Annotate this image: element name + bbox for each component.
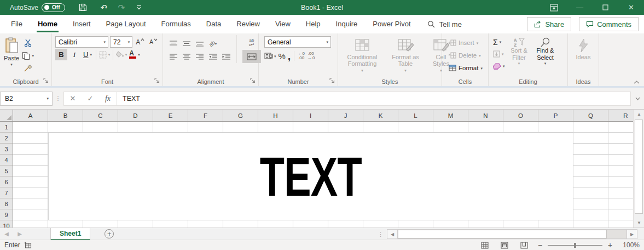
row-header-9[interactable]: 9 — [0, 209, 13, 220]
bold-button[interactable]: B — [55, 49, 67, 60]
column-header-k[interactable]: K — [363, 110, 398, 121]
autosave-toggle[interactable]: Off — [42, 3, 65, 12]
ribbon-tab-insert[interactable]: Insert — [65, 15, 98, 33]
decrease-indent-button[interactable] — [207, 51, 219, 63]
column-header-l[interactable]: L — [398, 110, 433, 121]
italic-button[interactable]: I — [68, 49, 80, 60]
vertical-scrollbar-thumb[interactable] — [635, 120, 643, 214]
scroll-up-arrow-icon[interactable]: ▲ — [634, 110, 644, 119]
customize-quick-access-button[interactable] — [132, 2, 146, 14]
column-header-f[interactable]: F — [188, 110, 223, 121]
top-align-button[interactable] — [167, 38, 179, 49]
zoom-out-button[interactable]: − — [537, 241, 543, 249]
ribbon-display-options-button[interactable] — [541, 0, 567, 15]
zoom-percentage[interactable]: 100% — [619, 241, 640, 249]
next-sheet-arrow-icon[interactable]: ▶ — [13, 231, 26, 237]
paste-button[interactable]: Paste ▾ — [1, 35, 22, 78]
scroll-down-arrow-icon[interactable]: ▼ — [634, 218, 644, 228]
zoom-slider-track[interactable] — [548, 245, 602, 246]
comma-style-button[interactable]: , — [288, 53, 291, 59]
column-header-o[interactable]: O — [503, 110, 538, 121]
scroll-left-arrow-icon[interactable]: ◀ — [387, 229, 398, 239]
row-header-5[interactable]: 5 — [0, 166, 13, 177]
macro-recording-button[interactable] — [24, 242, 32, 248]
cut-button[interactable] — [22, 37, 34, 49]
ribbon-tab-power-pivot[interactable]: Power Pivot — [365, 15, 418, 33]
ribbon-tab-review[interactable]: Review — [229, 15, 268, 33]
font-dialog-launcher[interactable] — [154, 78, 161, 84]
new-sheet-button[interactable]: + — [105, 229, 114, 238]
column-header-q[interactable]: Q — [573, 110, 608, 121]
font-name-combo[interactable]: Calibri▾ — [55, 36, 108, 48]
horizontal-scrollbar[interactable]: ⋮ ◀ ▶ — [378, 229, 637, 239]
merge-and-center-button[interactable] — [242, 50, 261, 63]
select-all-button[interactable] — [0, 110, 13, 122]
horizontal-scrollbar-track[interactable] — [398, 229, 626, 239]
font-size-combo[interactable]: 72▾ — [110, 36, 132, 48]
ribbon-tab-view[interactable]: View — [268, 15, 298, 33]
redo-button[interactable]: ↷▾ — [114, 2, 129, 14]
shrink-font-button[interactable]: A — [148, 36, 159, 48]
ribbon-tab-page-layout[interactable]: Page Layout — [98, 15, 154, 33]
insert-cells-button[interactable]: Insert ▾ — [446, 37, 487, 49]
horizontal-scrollbar-thumb[interactable] — [398, 230, 607, 238]
column-header-n[interactable]: N — [468, 110, 503, 121]
column-header-a[interactable]: A — [13, 110, 48, 121]
bottom-align-button[interactable] — [194, 38, 206, 49]
enter-button[interactable]: ✓ — [82, 94, 99, 103]
fill-button[interactable]: ▾ — [492, 48, 506, 60]
comments-button[interactable]: Comments — [579, 17, 639, 31]
number-format-combo[interactable]: General▾ — [264, 36, 331, 48]
ribbon-tab-home[interactable]: Home — [30, 15, 65, 33]
wrap-text-button[interactable]: abc↵ — [242, 37, 261, 48]
ribbon-tab-formulas[interactable]: Formulas — [154, 15, 199, 33]
clear-button[interactable]: ▾ — [492, 60, 506, 72]
format-painter-button[interactable] — [22, 63, 34, 74]
number-dialog-launcher[interactable] — [329, 78, 336, 84]
normal-view-button[interactable] — [478, 241, 492, 250]
increase-indent-button[interactable] — [220, 51, 232, 63]
name-box[interactable]: B2 ▾ — [0, 92, 53, 106]
undo-button[interactable]: ↶▾ — [97, 2, 111, 14]
row-header-8[interactable]: 8 — [0, 198, 13, 209]
ideas-button[interactable]: Ideas — [569, 36, 597, 63]
column-header-m[interactable]: M — [433, 110, 468, 121]
redo-caret-icon[interactable]: ▾ — [123, 5, 125, 10]
scroll-right-arrow-icon[interactable]: ▶ — [626, 229, 637, 239]
zoom-slider[interactable]: − + — [537, 241, 613, 249]
column-header-d[interactable]: D — [118, 110, 153, 121]
column-header-b[interactable]: B — [48, 110, 83, 121]
column-header-r[interactable]: R — [608, 110, 633, 121]
page-break-preview-button[interactable] — [517, 241, 531, 250]
formula-input[interactable]: TEXT — [117, 92, 631, 106]
center-button[interactable] — [181, 51, 193, 63]
row-header-3[interactable]: 3 — [0, 144, 13, 155]
font-color-button[interactable]: A ▾ — [129, 49, 141, 60]
column-header-h[interactable]: H — [258, 110, 293, 121]
undo-caret-icon[interactable]: ▾ — [105, 5, 107, 10]
row-header-1[interactable]: 1 — [0, 122, 13, 133]
format-as-table-button[interactable]: Format as Table ▾ — [385, 35, 426, 78]
align-left-button[interactable] — [167, 51, 179, 63]
ribbon-tab-help[interactable]: Help — [298, 15, 328, 33]
zoom-slider-thumb[interactable] — [574, 243, 576, 248]
find-select-button[interactable]: Find & Select ▾ — [532, 36, 559, 72]
percent-style-button[interactable]: % — [279, 52, 286, 61]
fill-color-button[interactable]: ▾ — [115, 49, 127, 60]
minimize-button[interactable]: — — [567, 0, 593, 15]
close-button[interactable]: ✕ — [618, 0, 644, 15]
format-cells-button[interactable]: Format ▾ — [446, 62, 487, 74]
collapse-ribbon-button[interactable] — [634, 81, 640, 84]
copy-button[interactable]: ▾ — [22, 50, 34, 61]
share-button[interactable]: Share — [527, 17, 571, 31]
column-header-i[interactable]: I — [293, 110, 328, 121]
conditional-formatting-button[interactable]: Conditional Formatting ▾ — [339, 35, 385, 78]
underline-button[interactable]: U▾ — [82, 49, 94, 60]
cancel-button[interactable]: ✕ — [64, 94, 82, 103]
delete-cells-button[interactable]: Delete ▾ — [446, 49, 487, 61]
row-header-4[interactable]: 4 — [0, 155, 13, 166]
save-button[interactable] — [76, 2, 90, 14]
decrease-decimal-button[interactable]: .00→.0 — [307, 52, 315, 60]
sort-filter-button[interactable]: AZ Sort & Filter ▾ — [506, 36, 532, 72]
sheet-tab-sheet1[interactable]: Sheet1 — [50, 228, 90, 240]
